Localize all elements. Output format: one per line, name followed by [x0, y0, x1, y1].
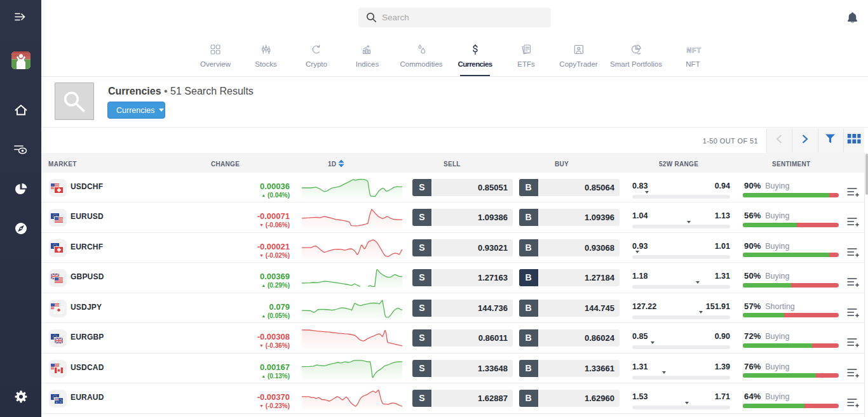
- svg-text:NFT: NFT: [686, 46, 701, 54]
